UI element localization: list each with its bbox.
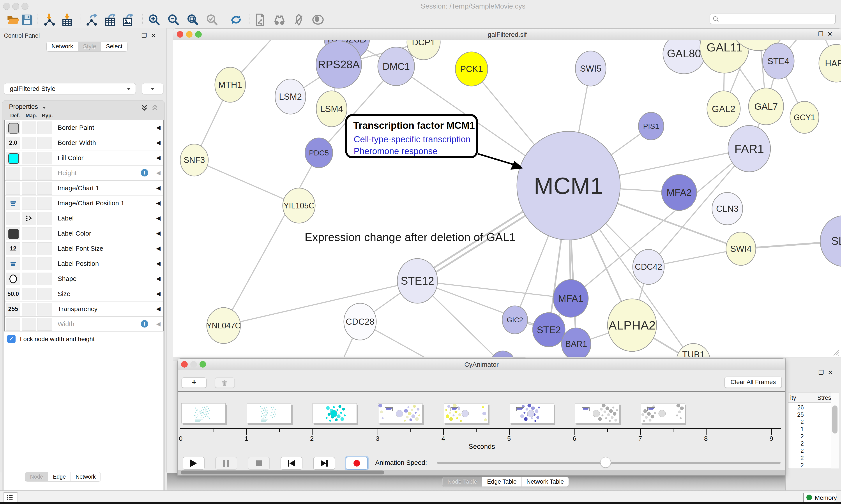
bypass-cell[interactable] xyxy=(37,257,52,270)
bypass-cell[interactable] xyxy=(37,182,52,195)
slider-thumb[interactable] xyxy=(600,457,611,468)
bypass-cell[interactable] xyxy=(37,318,52,330)
property-row[interactable]: Heighti◀ xyxy=(5,165,163,181)
expand-row-arrow[interactable]: ◀ xyxy=(156,139,161,146)
export-network-icon[interactable] xyxy=(86,14,98,26)
mapping-cell[interactable] xyxy=(22,182,36,195)
expand-row-arrow[interactable]: ◀ xyxy=(156,245,161,252)
expand-row-arrow[interactable]: ◀ xyxy=(156,169,161,176)
mapping-cell[interactable] xyxy=(22,227,36,240)
property-row[interactable]: 12Label Font Size◀ xyxy=(5,241,163,256)
default-value-cell[interactable] xyxy=(6,227,20,240)
table-cell-value[interactable]: 2 xyxy=(790,419,804,426)
default-value-cell[interactable] xyxy=(6,122,20,134)
tab-style[interactable]: Style xyxy=(78,42,101,51)
pause-button[interactable] xyxy=(215,457,237,470)
cyanimator-hscrollbar[interactable] xyxy=(178,470,785,475)
table-cell-value[interactable]: 25 xyxy=(790,411,804,418)
float-panel-icon[interactable]: ❐ xyxy=(141,32,151,39)
default-value-cell[interactable] xyxy=(6,167,20,180)
style-options-button[interactable] xyxy=(142,83,163,94)
search-input[interactable] xyxy=(721,15,832,23)
expand-row-arrow[interactable]: ◀ xyxy=(156,275,161,282)
frame-thumbnail[interactable] xyxy=(312,403,357,424)
property-row[interactable]: Label Position◀ xyxy=(5,256,163,271)
import-network-icon[interactable] xyxy=(43,14,55,26)
close-panel-icon[interactable]: ✕ xyxy=(151,32,160,39)
tab-select[interactable]: Select xyxy=(101,42,127,51)
expand-row-arrow[interactable]: ◀ xyxy=(156,215,161,221)
bypass-cell[interactable] xyxy=(37,167,52,180)
frame-thumbnail[interactable] xyxy=(509,403,554,424)
zoom-in-icon[interactable] xyxy=(148,14,160,26)
network-graph[interactable]: RPS28BDCP1RPS28ADMC1PCK1MTH1LSM2LSM4SWI5… xyxy=(173,40,841,357)
default-value-cell[interactable] xyxy=(6,182,20,195)
expand-row-arrow[interactable]: ◀ xyxy=(156,321,161,327)
frame-thumbnail[interactable] xyxy=(378,403,423,424)
style-selector[interactable]: galFiltered Style xyxy=(4,83,136,94)
bypass-cell[interactable] xyxy=(37,137,52,149)
frame-thumbnail[interactable] xyxy=(575,403,619,424)
network-node-unlabeled[interactable] xyxy=(490,351,515,357)
delete-frame-button[interactable] xyxy=(215,377,235,388)
collapse-all-icon[interactable] xyxy=(151,104,159,111)
frame-thumbnail[interactable] xyxy=(181,403,226,424)
property-row[interactable]: 255Transparency◀ xyxy=(5,302,163,317)
mapping-cell[interactable] xyxy=(22,122,36,134)
table-cell-value[interactable]: 2 xyxy=(790,448,804,454)
mapping-cell[interactable] xyxy=(22,152,36,164)
table-cell-value[interactable]: 1 xyxy=(790,426,804,433)
column-header[interactable]: Stres xyxy=(817,395,831,401)
bypass-cell[interactable] xyxy=(37,152,52,164)
bypass-cell[interactable] xyxy=(37,212,52,225)
minimize-window-icon[interactable] xyxy=(12,3,19,10)
task-history-button[interactable] xyxy=(3,492,18,503)
table-cell-value[interactable]: 2 xyxy=(790,455,804,462)
scrollbar-thumb[interactable] xyxy=(181,470,384,474)
play-button[interactable] xyxy=(183,457,204,470)
default-value-cell[interactable]: 255 xyxy=(6,303,20,316)
network-edge[interactable] xyxy=(223,281,417,326)
property-row[interactable]: Widthi◀ xyxy=(5,317,163,332)
mapping-cell[interactable] xyxy=(22,212,36,225)
skip-start-button[interactable] xyxy=(281,457,302,470)
mapping-cell[interactable] xyxy=(22,318,36,330)
default-value-cell[interactable] xyxy=(6,197,20,210)
network-window-titlebar[interactable]: galFiltered.sif ❐✕ xyxy=(173,29,841,40)
properties-header[interactable]: Properties xyxy=(9,103,46,110)
expand-row-arrow[interactable]: ◀ xyxy=(156,305,161,312)
expand-row-arrow[interactable]: ◀ xyxy=(156,290,161,297)
import-table-icon[interactable] xyxy=(61,14,73,26)
expand-row-arrow[interactable]: ◀ xyxy=(156,154,161,161)
add-frame-button[interactable]: + xyxy=(182,377,207,388)
annotation-link[interactable]: Cell-type-specific transcription xyxy=(354,134,471,144)
zoom-out-icon[interactable] xyxy=(167,14,180,26)
search-box[interactable] xyxy=(710,14,836,24)
zoom-window-icon[interactable] xyxy=(21,3,29,10)
property-row[interactable]: 2.0Border Width◀ xyxy=(5,135,163,150)
default-value-cell[interactable]: 12 xyxy=(6,242,20,255)
default-value-cell[interactable] xyxy=(6,212,20,225)
default-value-cell[interactable] xyxy=(6,152,20,164)
expand-row-arrow[interactable]: ◀ xyxy=(156,124,161,131)
lock-size-checkbox[interactable]: ✓ xyxy=(7,335,16,343)
table-cell-value[interactable]: 2 xyxy=(790,433,804,440)
default-value-cell[interactable] xyxy=(6,273,20,285)
close-window-icon[interactable] xyxy=(3,3,10,10)
expand-row-arrow[interactable]: ◀ xyxy=(156,200,161,206)
property-row[interactable]: 50.0Size◀ xyxy=(5,286,163,302)
record-button[interactable] xyxy=(346,457,368,470)
default-value-cell[interactable]: 50.0 xyxy=(6,288,20,300)
network-canvas[interactable]: RPS28BDCP1RPS28ADMC1PCK1MTH1LSM2LSM4SWI5… xyxy=(173,40,841,357)
tab-node[interactable]: Node xyxy=(25,472,48,481)
canvas-text-annotation[interactable]: Expression change after deletion of GAL1 xyxy=(305,231,516,244)
bypass-cell[interactable] xyxy=(37,288,52,300)
timeline-playhead[interactable] xyxy=(375,393,375,429)
open-session-icon[interactable] xyxy=(7,14,19,26)
hide-annotations-icon[interactable] xyxy=(292,14,305,26)
property-row[interactable]: Image/Chart 1◀ xyxy=(5,181,163,196)
table-cell-value[interactable]: 26 xyxy=(790,404,804,411)
mapping-cell[interactable] xyxy=(22,257,36,270)
float-network-icon[interactable]: ❐ xyxy=(818,31,827,37)
stop-button[interactable] xyxy=(248,457,270,470)
